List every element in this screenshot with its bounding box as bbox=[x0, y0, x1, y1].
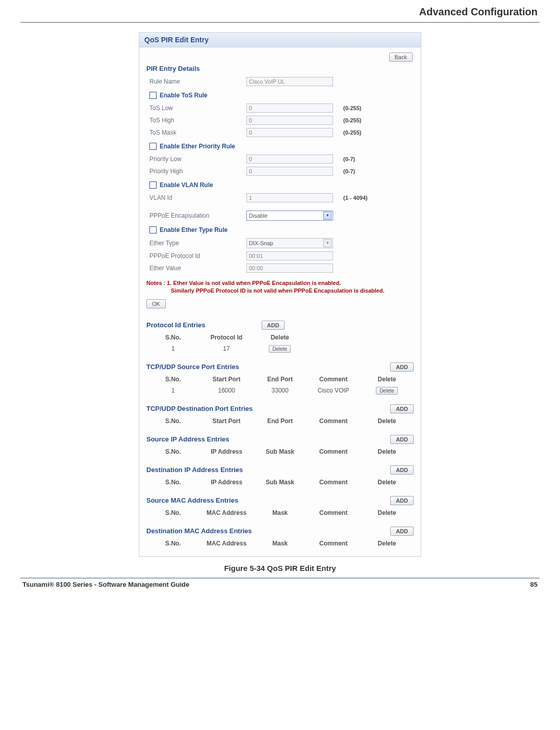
vlan-id-label: VLAN Id bbox=[149, 194, 246, 201]
src-ip-h-del: Delete bbox=[360, 448, 414, 455]
ether-value-input[interactable] bbox=[246, 264, 333, 273]
tcp-dst-add-button[interactable]: ADD bbox=[390, 404, 414, 413]
dst-ip-title: Destination IP Address Entries bbox=[146, 466, 243, 474]
footer-page-number: 85 bbox=[530, 581, 538, 588]
vlan-id-input[interactable] bbox=[246, 193, 333, 202]
tos-high-input[interactable] bbox=[246, 116, 333, 125]
priority-high-label: Priority High bbox=[149, 168, 246, 175]
protocol-h-sno: S.No. bbox=[146, 334, 200, 341]
protocol-entries-title: Protocol Id Entries bbox=[146, 321, 206, 329]
enable-ethertype-checkbox[interactable] bbox=[149, 226, 157, 233]
dst-ip-h-ip: IP Address bbox=[200, 479, 253, 486]
protocol-h-del: Delete bbox=[253, 334, 307, 341]
enable-tos-label: Enable ToS Rule bbox=[160, 92, 208, 99]
pppoe-proto-label: PPPoE Protocol Id bbox=[149, 252, 246, 259]
tcp-src-end: 33000 bbox=[253, 387, 307, 394]
tcp-src-comment: Cisco VOIP bbox=[307, 387, 360, 394]
ether-type-value: DIX-Snap bbox=[249, 240, 273, 246]
src-ip-add-button[interactable]: ADD bbox=[390, 435, 414, 444]
pir-details-title: PIR Entry Details bbox=[139, 62, 421, 75]
enable-etherprio-label: Enable Ether Priority Rule bbox=[160, 143, 235, 150]
protocol-delete-button[interactable]: Delete bbox=[269, 345, 291, 353]
tcp-dst-h-comment: Comment bbox=[307, 418, 360, 425]
tos-mask-input[interactable] bbox=[246, 128, 333, 137]
src-mac-add-button[interactable]: ADD bbox=[390, 496, 414, 505]
enable-ethertype-label: Enable Ether Type Rule bbox=[160, 226, 227, 233]
tcp-src-h-end: End Port bbox=[253, 376, 307, 383]
rule-name-input[interactable] bbox=[246, 77, 333, 86]
protocol-pid: 17 bbox=[200, 345, 253, 352]
priority-low-label: Priority Low bbox=[149, 155, 246, 163]
tcp-src-h-del: Delete bbox=[360, 376, 414, 383]
tcp-src-h-start: Start Port bbox=[200, 376, 253, 383]
enable-vlan-checkbox[interactable] bbox=[149, 181, 157, 189]
notes-block: Notes : 1. Ether Value is not valid when… bbox=[139, 274, 421, 297]
src-mac-h-comment: Comment bbox=[307, 509, 360, 516]
dst-ip-h-del: Delete bbox=[360, 479, 414, 486]
pppoe-encap-label: PPPoE Encapsulation bbox=[149, 212, 246, 219]
tcp-dst-h-sno: S.No. bbox=[146, 418, 200, 425]
ether-type-select[interactable]: DIX-Snap ▾ bbox=[246, 238, 333, 248]
vlan-id-hint: (1 - 4094) bbox=[338, 195, 368, 201]
pppoe-proto-input[interactable] bbox=[246, 251, 333, 260]
dst-mac-add-button[interactable]: ADD bbox=[390, 527, 414, 536]
src-mac-h-mac: MAC Address bbox=[200, 509, 253, 516]
protocol-sno: 1 bbox=[146, 345, 200, 352]
table-row: 1 17 Delete bbox=[146, 343, 307, 354]
tos-low-input[interactable] bbox=[246, 103, 333, 113]
src-mac-title: Source MAC Address Entries bbox=[146, 497, 238, 504]
qos-panel: QoS PIR Edit Entry Back PIR Entry Detail… bbox=[139, 32, 421, 557]
tcp-dst-h-del: Delete bbox=[360, 418, 414, 425]
enable-vlan-label: Enable VLAN Rule bbox=[160, 181, 213, 189]
tcp-src-h-comment: Comment bbox=[307, 376, 360, 383]
ether-value-label: Ether Value bbox=[149, 265, 246, 272]
enable-etherprio-checkbox[interactable] bbox=[149, 143, 157, 150]
enable-tos-checkbox[interactable] bbox=[149, 92, 157, 99]
src-ip-h-comment: Comment bbox=[307, 448, 360, 455]
protocol-h-pid: Protocol Id bbox=[200, 334, 253, 341]
tcp-src-delete-button[interactable]: Delete bbox=[376, 387, 398, 395]
figure-caption: Figure 5-34 QoS PIR Edit Entry bbox=[0, 557, 560, 578]
tos-high-label: ToS High bbox=[149, 117, 246, 124]
dst-mac-title: Destination MAC Address Entries bbox=[146, 527, 252, 535]
src-mac-h-mask: Mask bbox=[253, 509, 307, 516]
table-row: 1 16000 33000 Cisco VOIP Delete bbox=[146, 385, 414, 396]
pppoe-encap-value: Disable bbox=[249, 213, 268, 219]
tos-mask-hint: (0-255) bbox=[338, 129, 361, 136]
tos-low-hint: (0-255) bbox=[338, 105, 361, 111]
header-rule bbox=[20, 22, 540, 23]
panel-title: QoS PIR Edit Entry bbox=[139, 33, 421, 47]
dst-ip-h-mask: Sub Mask bbox=[253, 479, 307, 486]
tcp-src-title: TCP/UDP Source Port Entries bbox=[146, 363, 239, 371]
doc-section-header: Advanced Configuration bbox=[0, 0, 560, 22]
pppoe-encap-select[interactable]: Disable ▾ bbox=[246, 211, 333, 221]
chevron-down-icon: ▾ bbox=[323, 239, 332, 247]
dst-mac-h-del: Delete bbox=[360, 540, 414, 547]
priority-high-hint: (0-7) bbox=[338, 168, 355, 174]
dst-mac-h-sno: S.No. bbox=[146, 540, 200, 547]
footer-left: Tsunami® 8100 Series - Software Manageme… bbox=[22, 581, 189, 588]
footer-rule bbox=[20, 578, 540, 579]
back-button[interactable]: Back bbox=[389, 53, 413, 62]
priority-low-hint: (0-7) bbox=[338, 156, 355, 162]
tcp-src-add-button[interactable]: ADD bbox=[390, 362, 414, 372]
notes-line1: Notes : 1. Ether Value is not valid when… bbox=[146, 279, 414, 287]
tcp-src-h-sno: S.No. bbox=[146, 376, 200, 383]
chevron-down-icon: ▾ bbox=[323, 212, 332, 220]
notes-line2: Similarly PPPoE Protocol ID is not valid… bbox=[146, 287, 414, 295]
src-ip-h-ip: IP Address bbox=[200, 448, 253, 455]
dst-mac-h-mac: MAC Address bbox=[200, 540, 253, 547]
protocol-add-button[interactable]: ADD bbox=[262, 321, 285, 330]
tcp-src-sno: 1 bbox=[146, 387, 200, 394]
dst-mac-h-comment: Comment bbox=[307, 540, 360, 547]
ok-button[interactable]: OK bbox=[146, 299, 166, 308]
dst-mac-h-mask: Mask bbox=[253, 540, 307, 547]
tcp-dst-h-end: End Port bbox=[253, 418, 307, 425]
priority-high-input[interactable] bbox=[246, 167, 333, 176]
priority-low-input[interactable] bbox=[246, 154, 333, 164]
tos-high-hint: (0-255) bbox=[338, 117, 361, 123]
src-ip-h-mask: Sub Mask bbox=[253, 448, 307, 455]
dst-ip-add-button[interactable]: ADD bbox=[390, 465, 414, 475]
rule-name-label: Rule Name bbox=[149, 78, 246, 85]
tcp-src-start: 16000 bbox=[200, 387, 253, 394]
